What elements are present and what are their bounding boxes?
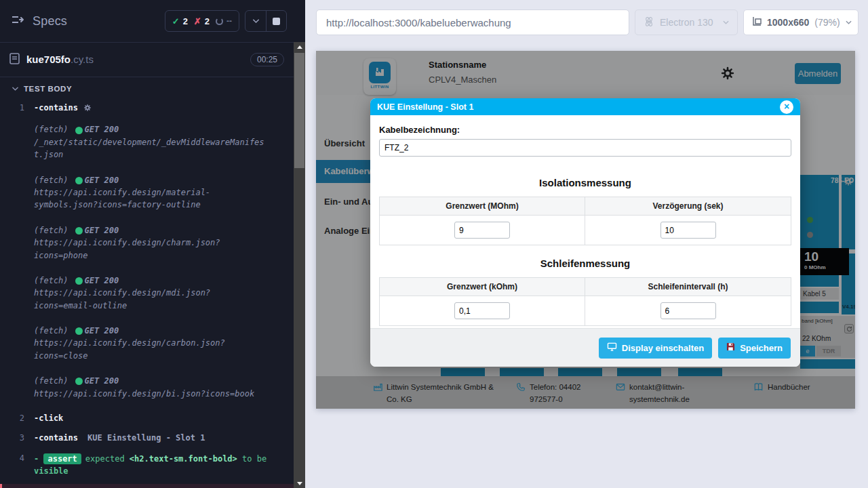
spec-name[interactable]: kue705fo [26, 54, 71, 65]
display-einschalten-button[interactable]: Display einschalten [599, 338, 712, 359]
check-icon: ✓ [172, 16, 180, 26]
col-verzoegerung: Verzögerung (sek) [585, 197, 791, 215]
command-contains-failed[interactable]: 5 -contains× 0 [0, 484, 294, 488]
test-body-toggle[interactable]: TEST BODY [0, 77, 294, 98]
col-schleifenintervall: Schleifenintervall (h) [585, 278, 791, 296]
chevron-down-icon [846, 20, 852, 26]
fetch-log-item[interactable]: (fetch)GET 200 https://api.iconify.desig… [0, 218, 294, 268]
success-dot-icon [75, 277, 83, 285]
fetch-log-item[interactable]: (fetch)GET 200 https://api.iconify.desig… [0, 369, 294, 407]
success-dot-icon [75, 177, 83, 184]
kabelbezeichnung-label: Kabelbezeichnung: [379, 125, 791, 135]
aut-panel: http://localhost:3000/kabelueberwachung … [305, 0, 868, 488]
cypress-runner: Specs ✓2 ✗2 -- [0, 0, 868, 488]
fetch-log-item[interactable]: (fetch)GET 200 https://api.iconify.desig… [0, 268, 294, 319]
scrollbar-thumb[interactable] [294, 53, 304, 168]
spec-file-icon [9, 53, 20, 67]
test-stats: ✓2 ✗2 -- [165, 10, 239, 32]
stat-pending: -- [216, 16, 232, 26]
browser-selector[interactable]: Electron 130 [635, 9, 738, 35]
success-dot-icon [75, 127, 83, 134]
speichern-button[interactable]: Speichern [718, 338, 791, 359]
chevron-down-icon [723, 20, 729, 26]
close-icon[interactable]: × [780, 100, 793, 114]
x-icon: ✗ [194, 16, 201, 26]
stop-button[interactable] [266, 11, 286, 31]
modal-title: KUE Einstellung - Slot 1 [377, 102, 473, 112]
grenzwert-kohm-input[interactable] [454, 302, 510, 319]
reporter-sidebar: Specs ✓2 ✗2 -- [0, 0, 305, 488]
fetch-log-item[interactable]: (fetch)GET 200 https://api.iconify.desig… [0, 319, 294, 369]
modal-footer: Display einschalten Speichern [370, 328, 800, 367]
command-contains-1[interactable]: 1 -contains [0, 100, 294, 117]
schleifen-table: Grenzwert (kOhm) Schleifenintervall (h) [379, 277, 791, 326]
collapse-button[interactable] [245, 11, 266, 31]
verzoegerung-input[interactable] [660, 222, 716, 239]
electron-icon [644, 16, 654, 29]
stat-passed: ✓2 [172, 16, 188, 26]
kabelbezeichnung-input[interactable] [379, 139, 791, 157]
command-click[interactable]: 2 -click [0, 411, 294, 426]
monitor-icon [607, 342, 617, 353]
command-assert[interactable]: 4 - assertexpected <h2.text-sm.font-bold… [0, 451, 294, 480]
schleifenmessung-heading: Schleifenmessung [379, 258, 791, 269]
app-stage: LITTWIN Stationsname CPLV4_Maschen Abmel… [316, 51, 855, 409]
url-input[interactable]: http://localhost:3000/kabelueberwachung [316, 9, 629, 35]
col-grenzwert-mohm: Grenzwert (MOhm) [380, 197, 585, 215]
stop-icon [273, 18, 280, 25]
isolationsmessung-heading: Isolationsmessung [379, 177, 791, 188]
schleifenintervall-input[interactable] [660, 302, 716, 319]
reporter-header: Specs ✓2 ✗2 -- [0, 0, 294, 43]
fetch-log-item[interactable]: (fetch)GET 200 https://api.iconify.desig… [0, 168, 294, 218]
chevron-down-icon [12, 86, 18, 92]
run-controls [245, 10, 287, 32]
stat-failed: ✗2 [194, 16, 210, 26]
command-contains-3[interactable]: 3 -containsKUE Einstellung - Slot 1 [0, 430, 294, 446]
col-grenzwert-kohm: Grenzwert (kOhm) [380, 278, 585, 296]
success-dot-icon [75, 327, 83, 335]
spec-duration-badge: 00:25 [250, 53, 284, 66]
spec-ext: .cy.ts [71, 54, 94, 65]
spec-row[interactable]: kue705fo.cy.ts 00:25 [0, 43, 294, 77]
assert-badge: assert [43, 453, 81, 464]
success-dot-icon [75, 378, 83, 385]
specs-menu-icon[interactable] [11, 14, 24, 28]
sidebar-scrollbar[interactable] [294, 42, 305, 488]
command-log: 1 -contains (fetch)GET 200 /_next/static… [0, 98, 294, 488]
success-dot-icon [75, 227, 83, 235]
scroll-down-arrow[interactable] [294, 479, 305, 488]
pending-icon [216, 18, 223, 25]
isolation-table: Grenzwert (MOhm) Verzögerung (sek) [379, 197, 791, 245]
kue-settings-modal: KUE Einstellung - Slot 1 × Kabelbezeichn… [370, 98, 800, 367]
save-floppy-icon [726, 342, 735, 353]
fetch-log-item[interactable]: (fetch)GET 200 /_next/static/development… [0, 117, 294, 167]
specs-title[interactable]: Specs [33, 14, 67, 28]
viewport-selector[interactable]: 1000x660 (79%) [743, 9, 859, 35]
modal-header: KUE Einstellung - Slot 1 × [370, 98, 800, 115]
viewport-icon [752, 16, 762, 28]
grenzwert-mohm-input[interactable] [454, 222, 510, 239]
scroll-up-arrow[interactable] [294, 42, 305, 52]
gear-icon [83, 104, 92, 114]
